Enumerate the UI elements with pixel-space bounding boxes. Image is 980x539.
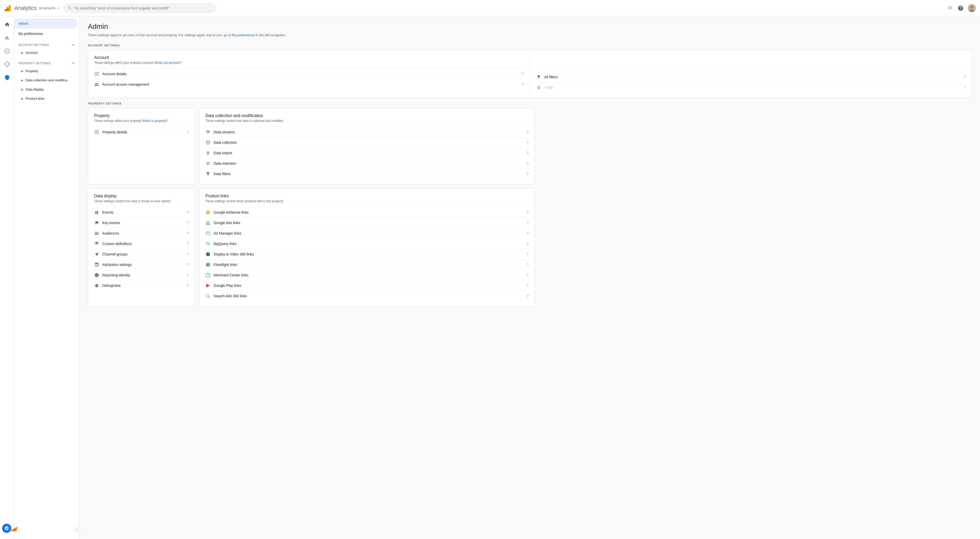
ad-manager-help-icon[interactable]: ? (527, 231, 529, 235)
account-access-row[interactable]: Account access management ? (94, 79, 524, 89)
data-collection-desc: These settings control how data is colle… (205, 119, 528, 123)
nav-sub-data-display[interactable]: ▶ Data display (14, 85, 77, 94)
custom-definitions-icon (94, 241, 99, 246)
data-import-help-icon[interactable]: ? (527, 151, 529, 155)
events-help-icon[interactable]: ? (186, 210, 189, 214)
dv360-help-icon[interactable]: ? (527, 252, 529, 256)
reporting-identity-row[interactable]: Reporting identity ? (94, 270, 189, 280)
data-collection-row[interactable]: Data collection ? (205, 137, 528, 147)
bigquery-help-icon[interactable]: ? (527, 242, 529, 246)
google-adsense-row[interactable]: A Google AdSense links ? (205, 207, 528, 217)
data-streams-row[interactable]: Data streams ? (205, 127, 528, 137)
ad-manager-row[interactable]: Ad Manager links ? (205, 228, 528, 238)
property-details-help-icon[interactable]: ? (186, 130, 189, 134)
sidebar-icon-advertising[interactable] (1, 58, 13, 70)
property-settings-section[interactable]: Property settings (14, 59, 80, 66)
sidebar-icon-home[interactable] (1, 18, 13, 30)
debugview-row[interactable]: DebugView ? (94, 280, 189, 291)
nav-item-admin[interactable]: Admin (14, 18, 77, 29)
trash-icon (536, 85, 541, 90)
merchant-center-row[interactable]: Merchant Center links ? (205, 270, 528, 280)
data-retention-help-icon[interactable]: ? (527, 162, 529, 165)
account-card-desc: These settings affect your analytics acc… (94, 61, 524, 65)
merchant-center-help-icon[interactable]: ? (527, 273, 529, 277)
data-import-row[interactable]: Data import ? (205, 147, 528, 158)
attribution-settings-help-icon[interactable]: ? (186, 263, 189, 267)
account-details-row[interactable]: Account details ? (94, 68, 524, 79)
help-icon[interactable] (958, 5, 964, 11)
data-streams-icon (205, 130, 210, 135)
property-details-row[interactable]: Property details ? (94, 127, 189, 137)
logo-area: Analytics All accounts (4, 4, 60, 12)
custom-definitions-row[interactable]: Custom definitions ? (94, 238, 189, 249)
attribution-settings-row[interactable]: Attribution settings ? (94, 259, 189, 270)
nav-item-my-preferences[interactable]: My preferences (14, 29, 77, 39)
dv360-row[interactable]: Display & Video 360 links ? (205, 249, 528, 259)
search-ads-help-icon[interactable]: ? (527, 294, 529, 298)
channel-groups-row[interactable]: Channel groups ? (94, 249, 189, 259)
what-is-property-link[interactable]: What's a property? (142, 119, 168, 123)
google-ads-row[interactable]: Google Ads links ? (205, 217, 528, 228)
icon-sidebar (0, 16, 14, 539)
events-icon (94, 210, 99, 215)
search-ads-icon (205, 293, 210, 298)
audiences-help-icon[interactable]: ? (186, 231, 189, 235)
main-content: Admin These settings apply to all users … (80, 16, 980, 539)
account-details-help-icon[interactable]: ? (522, 72, 524, 76)
google-ads-label: Google Ads links (213, 221, 524, 225)
what-is-account-link[interactable]: What's an account? (154, 61, 181, 65)
audiences-row[interactable]: Audiences ? (94, 228, 189, 238)
lower-settings-row: Data display These settings control how … (88, 189, 972, 306)
property-card-desc: These settings affect your property What… (94, 119, 189, 123)
account-access-help-icon[interactable]: ? (522, 82, 524, 86)
account-settings-section[interactable]: Account settings (14, 41, 80, 48)
adsense-icon: A (205, 210, 210, 215)
key-events-label: Key events (102, 221, 183, 225)
topbar: Analytics All accounts (0, 0, 980, 16)
user-avatar[interactable] (968, 4, 976, 12)
search-input[interactable] (74, 6, 213, 10)
floodlight-icon (205, 262, 210, 267)
nav-sub-property[interactable]: ▶ Property (14, 66, 77, 76)
channel-groups-help-icon[interactable]: ? (186, 252, 189, 256)
all-accounts-selector[interactable]: All accounts (39, 6, 60, 10)
account-details-icon (94, 71, 99, 76)
my-preferences-link[interactable]: My preferences (232, 33, 255, 37)
data-streams-help-icon[interactable]: ? (527, 130, 529, 134)
sidebar-icon-reports[interactable] (1, 32, 13, 44)
sidebar-icon-explore[interactable] (1, 45, 13, 57)
data-collection-help-icon[interactable]: ? (527, 141, 529, 144)
collapse-sidebar-button[interactable] (74, 527, 80, 533)
key-events-help-icon[interactable]: ? (186, 221, 189, 225)
adsense-help-icon[interactable]: ? (527, 210, 529, 214)
all-filters-help-icon[interactable]: ? (963, 75, 966, 79)
floodlight-row[interactable]: Floodlight links ? (205, 259, 528, 270)
data-filters-help-icon[interactable]: ? (527, 172, 529, 176)
nav-sidebar: Admin My preferences Account settings ▶ … (14, 16, 80, 539)
key-events-row[interactable]: Key events ? (94, 217, 189, 228)
search-ads-label: Search Ads 360 links (213, 294, 524, 298)
google-play-row[interactable]: Google Play links ? (205, 280, 528, 291)
google-play-help-icon[interactable]: ? (527, 284, 529, 288)
page-description: These settings apply to all users of thi… (88, 33, 972, 38)
google-ads-help-icon[interactable]: ? (527, 221, 529, 225)
debugview-help-icon[interactable]: ? (186, 284, 189, 288)
floodlight-help-icon[interactable]: ? (527, 263, 529, 267)
data-retention-row[interactable]: Data retention ? (205, 158, 528, 168)
search-bar[interactable] (64, 3, 217, 13)
gear-icon (4, 526, 9, 531)
all-filters-row[interactable]: All filters ? (536, 71, 966, 82)
reporting-identity-help-icon[interactable]: ? (186, 273, 189, 277)
search-ads-row[interactable]: Search Ads 360 links ? (205, 291, 528, 301)
nav-sub-data-collection[interactable]: ▶ Data collection and modifica... (14, 76, 77, 85)
custom-definitions-help-icon[interactable]: ? (186, 242, 189, 246)
trash-row[interactable]: Trash ? (536, 82, 966, 92)
nav-sub-account[interactable]: ▶ Account (14, 48, 77, 57)
data-filters-row[interactable]: Data filters ? (205, 168, 528, 179)
nav-sub-product-links[interactable]: ▶ Product links (14, 94, 77, 103)
grid-icon[interactable] (947, 5, 953, 11)
bigquery-row[interactable]: BigQuery links ? (205, 238, 528, 249)
events-row[interactable]: Events ? (94, 207, 189, 217)
sidebar-icon-admin[interactable] (1, 71, 13, 84)
trash-help-icon[interactable]: ? (963, 86, 966, 89)
